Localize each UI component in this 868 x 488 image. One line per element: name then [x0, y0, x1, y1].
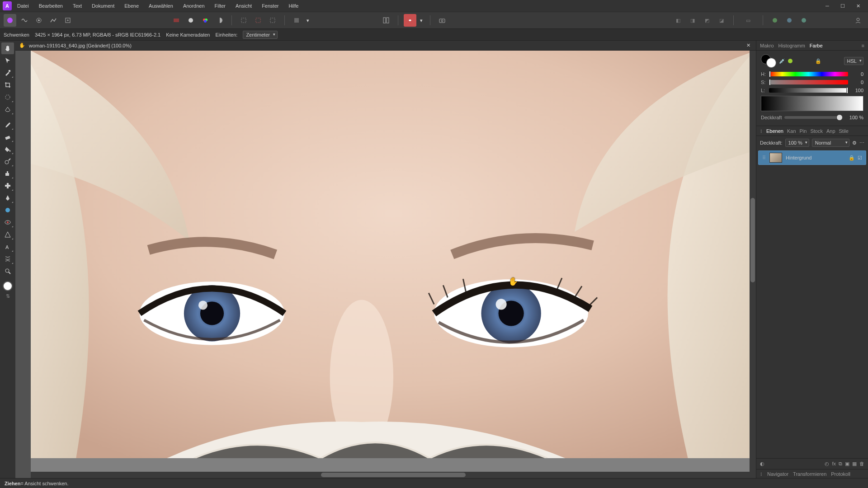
- crop-tool-icon[interactable]: [1, 79, 14, 91]
- tab-stile[interactable]: Stile: [839, 128, 849, 134]
- menu-anordnen[interactable]: Anordnen: [179, 1, 209, 10]
- pen-tool-icon[interactable]: [1, 192, 14, 204]
- group-layer-icon[interactable]: ▣: [845, 461, 849, 467]
- lum-slider[interactable]: [769, 88, 848, 93]
- erase-tool-icon[interactable]: [1, 131, 14, 143]
- sync-2-icon[interactable]: [783, 14, 796, 27]
- paint-brush-tool-icon[interactable]: [1, 119, 14, 131]
- horizontal-scrollbar[interactable]: [31, 472, 756, 478]
- drag-handle-icon[interactable]: ⠿: [762, 155, 766, 161]
- panel-menu-icon[interactable]: ≡: [862, 43, 864, 48]
- menu-filter[interactable]: Filter: [210, 1, 230, 10]
- close-document-icon[interactable]: ✕: [745, 42, 752, 48]
- selection-brush-tool-icon[interactable]: [1, 91, 14, 103]
- mesh-warp-tool-icon[interactable]: [1, 253, 14, 265]
- persona-photo-icon[interactable]: [4, 14, 16, 27]
- autocontrast-icon[interactable]: [213, 14, 226, 27]
- gradient-preview[interactable]: [761, 96, 863, 111]
- inpainting-tool-icon[interactable]: [1, 204, 14, 216]
- tab-makro[interactable]: Makro: [760, 43, 774, 48]
- layer-visible-icon[interactable]: ☑: [858, 155, 862, 161]
- tab-pin[interactable]: Pin: [800, 128, 807, 134]
- assistant-dropdown-icon[interactable]: ▾: [418, 14, 425, 27]
- units-select[interactable]: Zentimeter: [243, 31, 278, 39]
- autolevel-icon[interactable]: [184, 14, 197, 27]
- panel-collapse-icon[interactable]: ⫶: [760, 128, 763, 134]
- tab-farbe[interactable]: Farbe: [810, 43, 823, 48]
- color-lock-icon[interactable]: 🔒: [815, 58, 821, 64]
- selection-add-icon[interactable]: [252, 14, 264, 27]
- dodge-tool-icon[interactable]: [1, 155, 14, 167]
- canvas-area[interactable]: ✋: [15, 51, 756, 478]
- flood-select-tool-icon[interactable]: [1, 103, 14, 115]
- colorpicker-tool-icon[interactable]: [1, 67, 14, 79]
- menu-text[interactable]: Text: [68, 1, 86, 10]
- tab-transformieren[interactable]: Transformieren: [793, 471, 826, 477]
- color-mode-select[interactable]: HSL: [844, 57, 863, 65]
- menu-datei[interactable]: Datei: [13, 1, 33, 10]
- add-layer-icon[interactable]: ▦: [852, 461, 857, 467]
- layer-settings-icon[interactable]: ⋯: [859, 140, 864, 146]
- maximize-button[interactable]: ☐: [835, 1, 850, 10]
- minimize-button[interactable]: ─: [820, 1, 835, 10]
- layer-fx-icon[interactable]: ⚙: [852, 140, 857, 146]
- fill-tool-icon[interactable]: [1, 143, 14, 155]
- persona-liquify-icon[interactable]: [18, 14, 31, 27]
- menu-auswaehlen[interactable]: Auswählen: [144, 1, 178, 10]
- snapshot-icon[interactable]: [436, 14, 448, 27]
- live-filter-icon[interactable]: ⧉: [839, 461, 842, 467]
- persona-export-icon[interactable]: [61, 14, 74, 27]
- zoom-tool-icon[interactable]: [1, 265, 14, 277]
- close-window-button[interactable]: ✕: [851, 1, 865, 10]
- menu-bearbeiten[interactable]: Bearbeiten: [34, 1, 67, 10]
- persona-tone-icon[interactable]: [47, 14, 60, 27]
- menu-dokument[interactable]: Dokument: [87, 1, 119, 10]
- assistant-icon[interactable]: [404, 14, 416, 27]
- tab-protokoll[interactable]: Protokoll: [831, 471, 850, 477]
- tab-anp[interactable]: Anp: [826, 128, 835, 134]
- panel-collapse2-icon[interactable]: ⫶: [760, 471, 763, 477]
- opacity-slider[interactable]: [784, 116, 843, 119]
- arrange-icon[interactable]: [380, 14, 392, 27]
- document-tab[interactable]: ✋ woman-1919143_640.jpg [Geändert] (100.…: [15, 41, 756, 51]
- redeye-tool-icon[interactable]: [1, 216, 14, 228]
- sat-slider[interactable]: [769, 80, 848, 84]
- eyedropper-icon[interactable]: 💉: [779, 58, 785, 64]
- layer-opacity-select[interactable]: 100 %: [785, 139, 809, 147]
- swatch-red-icon[interactable]: [170, 14, 183, 27]
- tab-ebenen[interactable]: Ebenen: [766, 128, 783, 134]
- selection-new-icon[interactable]: [237, 14, 250, 27]
- healing-tool-icon[interactable]: [1, 180, 14, 192]
- hand-tool-icon[interactable]: [1, 42, 14, 54]
- hue-slider[interactable]: [769, 72, 848, 76]
- tab-histogramm[interactable]: Histogramm: [778, 43, 805, 48]
- persona-develop-icon[interactable]: [33, 14, 45, 27]
- adjustment-layer-icon[interactable]: ◴: [825, 461, 829, 467]
- autocolor-icon[interactable]: [199, 14, 212, 27]
- fx-layer-icon[interactable]: fx: [832, 461, 836, 467]
- menu-ansicht[interactable]: Ansicht: [231, 1, 256, 10]
- sync-1-icon[interactable]: [769, 14, 781, 27]
- account-icon[interactable]: [852, 14, 864, 27]
- menu-fenster[interactable]: Fenster: [257, 1, 283, 10]
- swap-colors-icon[interactable]: ⇅: [6, 293, 10, 299]
- tab-kan[interactable]: Kan: [787, 128, 796, 134]
- text-tool-icon[interactable]: A: [1, 241, 14, 253]
- tab-navigator[interactable]: Navigator: [767, 471, 788, 477]
- clone-tool-icon[interactable]: [1, 168, 14, 179]
- quickmask-dropdown-icon[interactable]: ▾: [305, 14, 311, 27]
- sync-3-icon[interactable]: [797, 14, 810, 27]
- shape-tool-icon[interactable]: [1, 229, 14, 240]
- selection-sub-icon[interactable]: [266, 14, 279, 27]
- blend-mode-select[interactable]: Normal: [812, 139, 849, 147]
- layer-lock-icon[interactable]: 🔒: [849, 155, 855, 161]
- vertical-scrollbar[interactable]: [750, 51, 756, 472]
- mask-layer-icon[interactable]: ◐: [760, 461, 764, 467]
- tab-stock[interactable]: Stock: [810, 128, 823, 134]
- menu-hilfe[interactable]: Hilfe: [284, 1, 303, 10]
- layer-item[interactable]: ⠿ Hintergrund 🔒 ☑: [758, 150, 866, 165]
- color-swatches[interactable]: [761, 54, 776, 68]
- foreground-color-swatch[interactable]: [3, 281, 13, 291]
- menu-ebene[interactable]: Ebene: [120, 1, 143, 10]
- quickmask-icon[interactable]: [290, 14, 303, 27]
